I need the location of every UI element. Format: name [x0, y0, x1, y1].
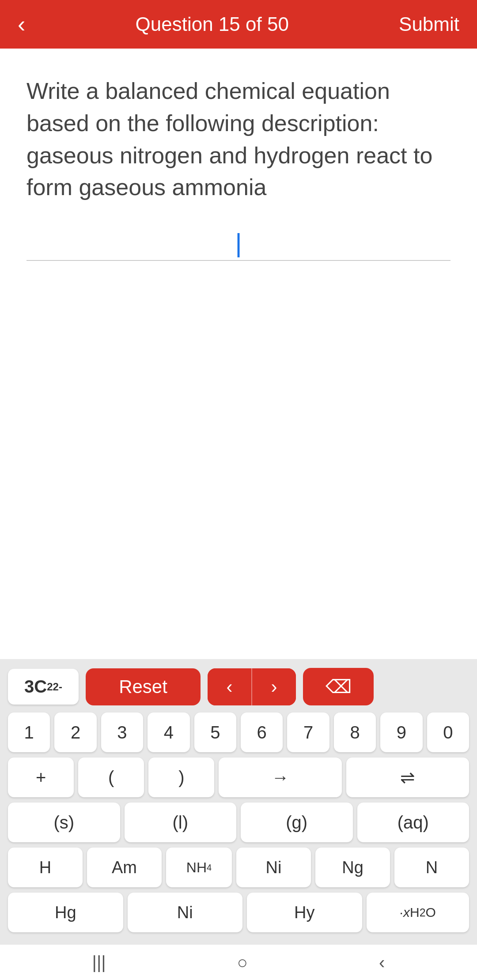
key-1[interactable]: 1: [8, 712, 50, 752]
key-9[interactable]: 9: [380, 712, 422, 752]
text-cursor: |: [235, 230, 242, 256]
state-row: (s) (l) (g) (aq): [8, 803, 469, 842]
bottom-nav-bar: ||| ○ ‹: [0, 945, 477, 980]
key-3[interactable]: 3: [101, 712, 143, 752]
answer-input-area[interactable]: |: [0, 221, 477, 261]
reset-button[interactable]: Reset: [86, 668, 201, 705]
element-symbol: C: [34, 677, 47, 697]
key-aqueous[interactable]: (aq): [357, 803, 469, 842]
symbol-row: + ( ) → ⇌: [8, 758, 469, 797]
question-text: Write a balanced chemical equation based…: [26, 75, 450, 204]
key-8[interactable]: 8: [334, 712, 376, 752]
key-plus[interactable]: +: [8, 758, 74, 797]
nav-right-button[interactable]: ›: [252, 668, 296, 705]
navigation-group: ‹ ›: [208, 668, 296, 705]
key-6[interactable]: 6: [241, 712, 283, 752]
key-Hy[interactable]: Hy: [247, 893, 362, 932]
menu-button[interactable]: |||: [83, 948, 115, 977]
key-equilibrium[interactable]: ⇌: [346, 758, 469, 797]
key-H[interactable]: H: [8, 848, 83, 887]
key-NH4[interactable]: NH4: [166, 848, 232, 887]
keyboard-special-row: 3C22- Reset ‹ › ⌫: [8, 668, 469, 705]
key-0[interactable]: 0: [427, 712, 469, 752]
input-underline: [26, 260, 450, 261]
question-progress: Question 15 of 50: [136, 13, 289, 35]
question-area: Write a balanced chemical equation based…: [0, 49, 477, 221]
element-row-2: Hg Ni Hy · x H2O: [8, 893, 469, 932]
key-open-paren[interactable]: (: [78, 758, 144, 797]
key-arrow[interactable]: →: [219, 758, 341, 797]
key-liquid[interactable]: (l): [125, 803, 237, 842]
key-N[interactable]: N: [394, 848, 469, 887]
key-5[interactable]: 5: [194, 712, 236, 752]
element-row-1: H Am NH4 Ni Ng N: [8, 848, 469, 887]
app-header: ‹ Question 15 of 50 Submit: [0, 0, 477, 49]
system-back-button[interactable]: ‹: [370, 948, 394, 977]
key-gas[interactable]: (g): [241, 803, 353, 842]
key-2[interactable]: 2: [54, 712, 96, 752]
key-Ng[interactable]: Ng: [315, 848, 390, 887]
key-4[interactable]: 4: [148, 712, 189, 752]
back-button[interactable]: ‹: [18, 13, 25, 36]
key-close-paren[interactable]: ): [148, 758, 214, 797]
key-Hg[interactable]: Hg: [8, 893, 123, 932]
coefficient-element-button[interactable]: 3C22-: [8, 669, 79, 705]
element-subscript: 2: [47, 681, 53, 693]
key-solid[interactable]: (s): [8, 803, 120, 842]
element-superscript: 2-: [53, 681, 62, 693]
submit-button[interactable]: Submit: [399, 13, 459, 35]
key-Ni[interactable]: Ni: [236, 848, 311, 887]
key-Ni2[interactable]: Ni: [128, 893, 243, 932]
chemistry-keyboard: 3C22- Reset ‹ › ⌫ 1 2 3 4 5 6 7 8 9 0 + …: [0, 659, 477, 945]
number-row: 1 2 3 4 5 6 7 8 9 0: [8, 712, 469, 752]
coefficient-prefix: 3: [24, 677, 34, 697]
key-7[interactable]: 7: [287, 712, 329, 752]
key-water[interactable]: · x H2O: [367, 893, 469, 932]
nav-left-button[interactable]: ‹: [208, 668, 251, 705]
backspace-button[interactable]: ⌫: [303, 668, 374, 705]
key-Am[interactable]: Am: [87, 848, 162, 887]
home-button[interactable]: ○: [228, 948, 257, 977]
